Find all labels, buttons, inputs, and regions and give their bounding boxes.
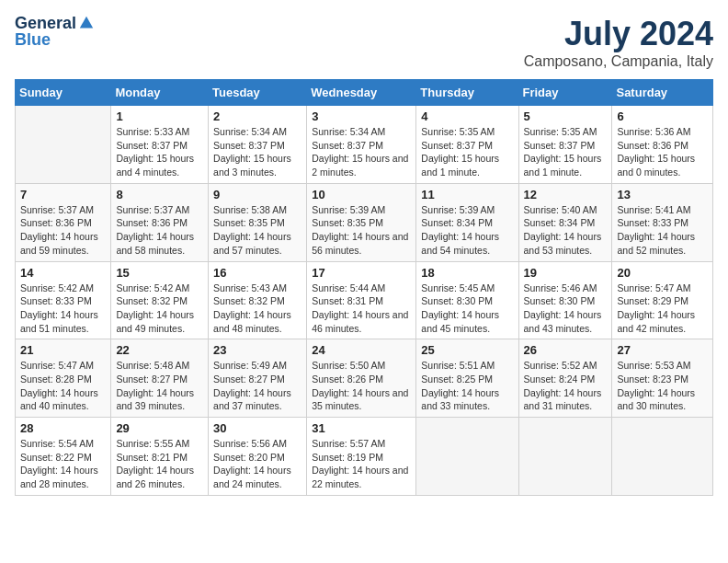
day-number: 10 (312, 188, 411, 201)
logo-general-text: General (15, 15, 76, 31)
weekday-header-thursday: Thursday (416, 80, 518, 106)
day-number: 2 (213, 109, 301, 123)
day-number: 3 (312, 109, 411, 123)
calendar-cell: 27Sunrise: 5:53 AMSunset: 8:23 PMDayligh… (612, 339, 713, 418)
calendar-cell: 14Sunrise: 5:42 AMSunset: 8:33 PMDayligh… (16, 261, 111, 339)
calendar-cell: 30Sunrise: 5:56 AMSunset: 8:20 PMDayligh… (209, 418, 307, 496)
weekday-header-tuesday: Tuesday (209, 80, 307, 106)
calendar-cell: 5Sunrise: 5:35 AMSunset: 8:37 PMDaylight… (518, 106, 612, 184)
day-info: Sunrise: 5:47 AMSunset: 8:29 PMDaylight:… (617, 282, 708, 336)
day-number: 9 (213, 188, 301, 201)
calendar-cell: 22Sunrise: 5:48 AMSunset: 8:27 PMDayligh… (111, 339, 209, 418)
day-number: 1 (116, 109, 203, 123)
weekday-header-wednesday: Wednesday (307, 80, 416, 106)
day-info: Sunrise: 5:43 AMSunset: 8:32 PMDaylight:… (213, 282, 301, 336)
day-number: 5 (524, 109, 608, 123)
day-info: Sunrise: 5:54 AMSunset: 8:22 PMDaylight:… (20, 437, 106, 491)
calendar-cell: 10Sunrise: 5:39 AMSunset: 8:35 PMDayligh… (307, 183, 416, 261)
day-info: Sunrise: 5:39 AMSunset: 8:35 PMDaylight:… (312, 203, 411, 258)
subtitle: Camposano, Campania, Italy (524, 53, 713, 70)
day-number: 6 (617, 109, 708, 123)
day-number: 16 (213, 266, 301, 280)
calendar-week-row: 21Sunrise: 5:47 AMSunset: 8:28 PMDayligh… (16, 339, 713, 418)
day-number: 27 (617, 343, 708, 357)
day-number: 15 (116, 266, 203, 280)
day-info: Sunrise: 5:45 AMSunset: 8:30 PMDaylight:… (421, 282, 513, 336)
day-number: 18 (421, 266, 513, 280)
calendar-cell (518, 418, 612, 496)
day-number: 29 (116, 421, 203, 435)
day-info: Sunrise: 5:37 AMSunset: 8:36 PMDaylight:… (116, 203, 203, 258)
calendar-cell: 20Sunrise: 5:47 AMSunset: 8:29 PMDayligh… (612, 261, 713, 339)
calendar-cell (416, 418, 518, 496)
calendar-cell: 7Sunrise: 5:37 AMSunset: 8:36 PMDaylight… (16, 183, 111, 261)
calendar-cell: 13Sunrise: 5:41 AMSunset: 8:33 PMDayligh… (612, 183, 713, 261)
calendar-cell: 26Sunrise: 5:52 AMSunset: 8:24 PMDayligh… (518, 339, 612, 418)
day-number: 30 (213, 421, 301, 435)
calendar-cell: 11Sunrise: 5:39 AMSunset: 8:34 PMDayligh… (416, 183, 518, 261)
day-info: Sunrise: 5:35 AMSunset: 8:37 PMDaylight:… (421, 125, 513, 179)
title-block: July 2024 Camposano, Campania, Italy (524, 15, 713, 70)
calendar-cell: 19Sunrise: 5:46 AMSunset: 8:30 PMDayligh… (518, 261, 612, 339)
calendar-week-row: 28Sunrise: 5:54 AMSunset: 8:22 PMDayligh… (16, 418, 713, 496)
calendar-cell (16, 106, 111, 184)
day-info: Sunrise: 5:48 AMSunset: 8:27 PMDaylight:… (116, 359, 203, 413)
day-number: 4 (421, 109, 513, 123)
calendar-cell: 9Sunrise: 5:38 AMSunset: 8:35 PMDaylight… (209, 183, 307, 261)
calendar-cell: 3Sunrise: 5:34 AMSunset: 8:37 PMDaylight… (307, 106, 416, 184)
day-number: 13 (617, 188, 708, 201)
day-info: Sunrise: 5:47 AMSunset: 8:28 PMDaylight:… (20, 359, 106, 413)
day-number: 22 (116, 343, 203, 357)
day-info: Sunrise: 5:40 AMSunset: 8:34 PMDaylight:… (524, 203, 608, 258)
day-info: Sunrise: 5:49 AMSunset: 8:27 PMDaylight:… (213, 359, 301, 413)
weekday-header-sunday: Sunday (16, 80, 111, 106)
day-number: 12 (524, 188, 608, 201)
calendar-cell (612, 418, 713, 496)
calendar-cell: 16Sunrise: 5:43 AMSunset: 8:32 PMDayligh… (209, 261, 307, 339)
day-info: Sunrise: 5:34 AMSunset: 8:37 PMDaylight:… (213, 125, 301, 179)
day-info: Sunrise: 5:33 AMSunset: 8:37 PMDaylight:… (116, 125, 203, 179)
day-number: 24 (312, 343, 411, 357)
calendar-cell: 8Sunrise: 5:37 AMSunset: 8:36 PMDaylight… (111, 183, 209, 261)
calendar-week-row: 1Sunrise: 5:33 AMSunset: 8:37 PMDaylight… (16, 106, 713, 184)
day-number: 11 (421, 188, 513, 201)
calendar-week-row: 14Sunrise: 5:42 AMSunset: 8:33 PMDayligh… (16, 261, 713, 339)
calendar-cell: 1Sunrise: 5:33 AMSunset: 8:37 PMDaylight… (111, 106, 209, 184)
day-info: Sunrise: 5:46 AMSunset: 8:30 PMDaylight:… (524, 282, 608, 336)
day-number: 31 (312, 421, 411, 435)
page-header: General Blue July 2024 Camposano, Campan… (15, 15, 713, 70)
calendar-cell: 31Sunrise: 5:57 AMSunset: 8:19 PMDayligh… (307, 418, 416, 496)
weekday-header-row: SundayMondayTuesdayWednesdayThursdayFrid… (16, 80, 713, 106)
day-info: Sunrise: 5:42 AMSunset: 8:33 PMDaylight:… (20, 282, 106, 336)
weekday-header-friday: Friday (518, 80, 612, 106)
day-number: 21 (20, 343, 106, 357)
calendar-week-row: 7Sunrise: 5:37 AMSunset: 8:36 PMDaylight… (16, 183, 713, 261)
day-number: 7 (20, 188, 106, 201)
day-info: Sunrise: 5:56 AMSunset: 8:20 PMDaylight:… (213, 437, 301, 491)
day-info: Sunrise: 5:35 AMSunset: 8:37 PMDaylight:… (524, 125, 608, 179)
day-number: 25 (421, 343, 513, 357)
day-info: Sunrise: 5:36 AMSunset: 8:36 PMDaylight:… (617, 125, 708, 179)
day-info: Sunrise: 5:34 AMSunset: 8:37 PMDaylight:… (312, 125, 411, 179)
calendar-cell: 29Sunrise: 5:55 AMSunset: 8:21 PMDayligh… (111, 418, 209, 496)
day-number: 23 (213, 343, 301, 357)
day-info: Sunrise: 5:57 AMSunset: 8:19 PMDaylight:… (312, 437, 411, 491)
day-info: Sunrise: 5:44 AMSunset: 8:31 PMDaylight:… (312, 282, 411, 336)
day-number: 26 (524, 343, 608, 357)
calendar-cell: 23Sunrise: 5:49 AMSunset: 8:27 PMDayligh… (209, 339, 307, 418)
calendar-cell: 12Sunrise: 5:40 AMSunset: 8:34 PMDayligh… (518, 183, 612, 261)
calendar-cell: 17Sunrise: 5:44 AMSunset: 8:31 PMDayligh… (307, 261, 416, 339)
day-number: 17 (312, 266, 411, 280)
main-title: July 2024 (524, 15, 713, 53)
day-info: Sunrise: 5:53 AMSunset: 8:23 PMDaylight:… (617, 359, 708, 413)
calendar-cell: 25Sunrise: 5:51 AMSunset: 8:25 PMDayligh… (416, 339, 518, 418)
day-info: Sunrise: 5:42 AMSunset: 8:32 PMDaylight:… (116, 282, 203, 336)
logo-blue-text: Blue (15, 31, 51, 48)
svg-marker-0 (80, 17, 93, 29)
calendar-cell: 6Sunrise: 5:36 AMSunset: 8:36 PMDaylight… (612, 106, 713, 184)
calendar-cell: 4Sunrise: 5:35 AMSunset: 8:37 PMDaylight… (416, 106, 518, 184)
calendar-cell: 2Sunrise: 5:34 AMSunset: 8:37 PMDaylight… (209, 106, 307, 184)
logo: General Blue (15, 15, 95, 48)
day-info: Sunrise: 5:39 AMSunset: 8:34 PMDaylight:… (421, 203, 513, 258)
day-info: Sunrise: 5:55 AMSunset: 8:21 PMDaylight:… (116, 437, 203, 491)
